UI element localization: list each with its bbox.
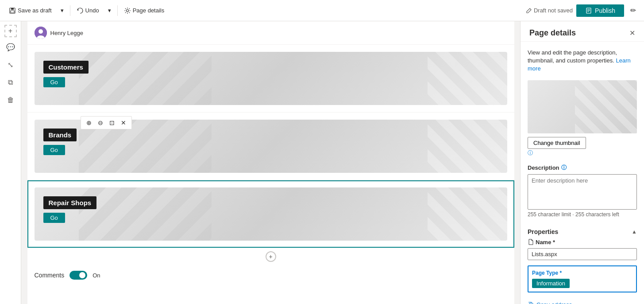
- thumbnail-info-icon[interactable]: ⓘ: [528, 150, 533, 156]
- divider-1: [70, 5, 70, 16]
- properties-title: Properties: [528, 228, 558, 235]
- canvas-area[interactable]: Henry Legge Customers Go Brands Go: [21, 21, 520, 304]
- panel-body: View and edit the page description, thum…: [521, 42, 644, 304]
- duplicate-webpart-button[interactable]: ⧉: [21, 215, 23, 229]
- svg-rect-2: [11, 11, 14, 13]
- description-field-label: Description ⓘ: [528, 164, 637, 171]
- edit-webpart-button[interactable]: ✏: [21, 183, 23, 197]
- page-type-value: Information: [532, 279, 570, 288]
- comments-bar: Comments On: [27, 265, 514, 285]
- customers-card-title: Customers: [43, 61, 89, 74]
- file-icon: [528, 239, 534, 245]
- zoom-out-button[interactable]: ⊖: [95, 117, 106, 128]
- panel-header: Page details ✕: [521, 21, 644, 42]
- svg-point-3: [126, 9, 128, 12]
- pencil-icon: [526, 8, 532, 14]
- repair-shops-card-title: Repair Shops: [43, 196, 97, 209]
- webpart-zoom-toolbar: ⊕ ⊖ ⊡ ✕: [81, 116, 132, 129]
- edit-button[interactable]: ✏: [628, 4, 639, 17]
- properties-section: Properties ▲ Name * Pag: [528, 225, 637, 292]
- name-field-group: Name *: [528, 239, 637, 260]
- user-name: Henry Legge: [50, 30, 83, 36]
- add-section-bottom: +: [27, 248, 514, 265]
- undo-icon: [77, 7, 84, 14]
- page-type-field-label: Page Type *: [532, 270, 632, 276]
- save-icon: [9, 7, 16, 14]
- toolbar: Save as draft ▾ Undo ▾ Page details Draf…: [0, 0, 644, 21]
- comment-icon-sidebar[interactable]: 💬: [3, 39, 19, 55]
- zoom-in-button[interactable]: ⊕: [84, 117, 94, 128]
- divider-2: [117, 5, 118, 16]
- description-field-group: Description ⓘ 255 character limit · 255 …: [528, 164, 637, 218]
- thumbnail-preview: [528, 80, 637, 133]
- panel-intro-text: View and edit the page description, thum…: [528, 49, 637, 73]
- main-layout: + 💬 ⤡ ⧉ 🗑 Henry Legge: [0, 21, 644, 304]
- repair-shops-go-button[interactable]: Go: [43, 213, 65, 223]
- add-section-top-button[interactable]: +: [4, 25, 17, 37]
- avatar: [35, 27, 47, 39]
- delete-webpart-button[interactable]: 🗑: [21, 231, 23, 245]
- add-section-button[interactable]: +: [266, 251, 276, 262]
- expand-undo-button[interactable]: ▾: [104, 5, 115, 16]
- brands-card-title: Brands: [43, 129, 77, 141]
- customers-webpart: Customers Go: [27, 45, 514, 113]
- move-icon-sidebar[interactable]: ⤡: [3, 57, 19, 73]
- comments-label: Comments: [35, 272, 65, 279]
- save-draft-button[interactable]: Save as draft: [5, 5, 55, 16]
- undo-button[interactable]: Undo: [73, 5, 103, 16]
- toggle-knob: [79, 272, 85, 278]
- user-bar: Henry Legge: [27, 21, 514, 45]
- move-webpart-button[interactable]: ⤡: [21, 199, 23, 213]
- draft-status: Draft not saved: [526, 7, 573, 14]
- book-icon: [585, 7, 592, 14]
- brands-go-button[interactable]: Go: [43, 145, 65, 155]
- description-info-icon[interactable]: ⓘ: [561, 164, 567, 171]
- page-details-button[interactable]: Page details: [120, 5, 168, 16]
- delete-icon-sidebar[interactable]: 🗑: [3, 92, 19, 108]
- page-content: Henry Legge Customers Go Brands Go: [27, 21, 514, 304]
- publish-button[interactable]: Publish: [576, 4, 624, 17]
- repair-shops-card-banner: Repair Shops Go: [35, 187, 507, 241]
- close-zoom-button[interactable]: ✕: [118, 117, 129, 128]
- svg-rect-1: [11, 8, 14, 10]
- panel-title: Page details: [529, 28, 576, 38]
- repair-shops-webpart-selected: ✏ ⤡ ⧉ 🗑 Repair Shops Go: [27, 180, 514, 248]
- customers-go-button[interactable]: Go: [43, 77, 65, 87]
- panel-close-button[interactable]: ✕: [629, 29, 635, 37]
- customers-card-inner: Customers Go: [43, 61, 89, 87]
- page-type-group: Page Type * Information: [528, 265, 637, 292]
- comments-toggle[interactable]: [69, 271, 87, 280]
- expand-save-button[interactable]: ▾: [57, 5, 67, 16]
- toolbar-right: Draft not saved Publish ✏: [526, 4, 639, 17]
- copy-address-row[interactable]: Copy address: [528, 300, 637, 304]
- repair-shops-card-inner: Repair Shops Go: [43, 196, 97, 223]
- toolbar-left: Save as draft ▾ Undo ▾ Page details: [5, 5, 168, 16]
- fit-button[interactable]: ⊡: [107, 117, 117, 128]
- copy-icon-sidebar[interactable]: ⧉: [3, 74, 19, 90]
- name-field-input[interactable]: [528, 248, 637, 260]
- thumbnail-section: Change thumbnail ⓘ: [528, 80, 637, 157]
- copy-icon: [528, 301, 534, 304]
- brands-card-inner: Brands Go: [43, 129, 77, 155]
- left-sidebar: + 💬 ⤡ ⧉ 🗑: [0, 21, 21, 304]
- chevron-up-icon: ▲: [632, 229, 637, 235]
- inline-actions: ✏ ⤡ ⧉ 🗑: [21, 183, 23, 245]
- avatar-image: [35, 27, 47, 39]
- change-thumbnail-button[interactable]: Change thumbnail: [528, 137, 586, 149]
- properties-header[interactable]: Properties ▲: [528, 225, 637, 239]
- description-textarea[interactable]: [528, 174, 637, 210]
- right-panel: Page details ✕ View and edit the page de…: [520, 21, 644, 304]
- svg-point-9: [39, 29, 43, 34]
- brands-webpart: Brands Go ⊕ ⊖ ⊡ ✕: [27, 113, 514, 180]
- customers-card-banner: Customers Go: [35, 52, 507, 105]
- char-limit-text: 255 character limit · 255 characters lef…: [528, 211, 637, 218]
- comments-state: On: [93, 272, 100, 279]
- gear-icon: [124, 7, 131, 14]
- name-field-label: Name *: [528, 239, 637, 246]
